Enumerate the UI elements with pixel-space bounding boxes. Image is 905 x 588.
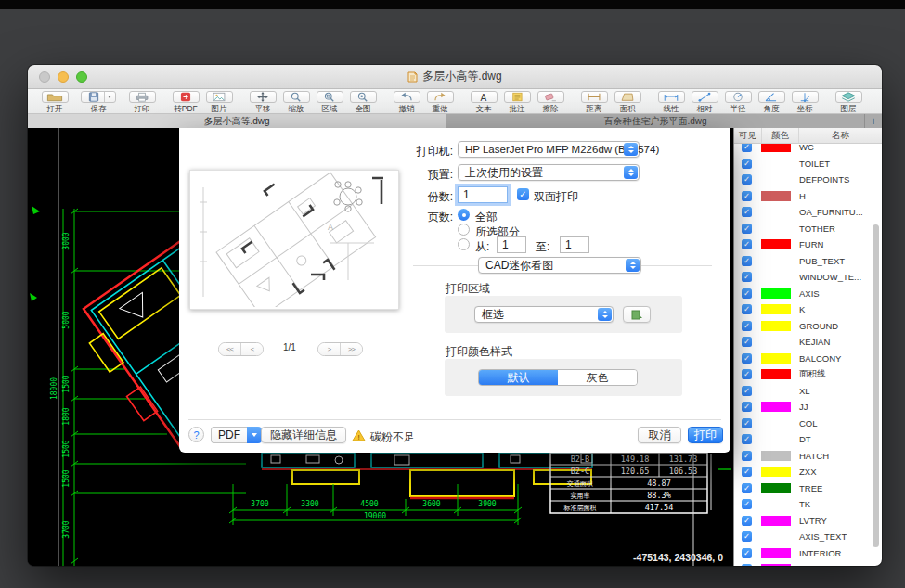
layer-visible-checkbox[interactable]: ✓ bbox=[742, 418, 752, 428]
layer-visible-checkbox[interactable]: ✓ bbox=[742, 451, 752, 461]
layer-color-swatch[interactable] bbox=[761, 531, 791, 542]
toolbar-note-button[interactable]: 批注 bbox=[501, 91, 533, 115]
toolbar-save-button[interactable]: 保存 bbox=[83, 91, 114, 115]
toolbar-relative-button[interactable]: 相对 bbox=[689, 91, 720, 115]
layer-row[interactable]: ✓DEFPOINTS bbox=[734, 172, 882, 188]
layer-color-swatch[interactable] bbox=[761, 174, 791, 185]
hide-details-button[interactable]: 隐藏详细信息 bbox=[261, 427, 346, 443]
toolbar-zoom-all-button[interactable]: 全图 bbox=[347, 91, 379, 115]
pages-range-radio[interactable] bbox=[458, 238, 470, 250]
layer-visible-checkbox[interactable]: ✓ bbox=[742, 224, 752, 234]
layer-row[interactable]: ✓面积线 bbox=[734, 366, 882, 383]
layer-color-swatch[interactable] bbox=[761, 207, 791, 217]
layer-visible-checkbox[interactable]: ✓ bbox=[742, 174, 752, 185]
first-page-button[interactable]: << bbox=[219, 343, 240, 355]
toolbar-coordinate-button[interactable]: 坐标 bbox=[789, 91, 821, 115]
toolbar-pdf-button[interactable]: 转PDF bbox=[170, 91, 201, 115]
toolbar-print-button[interactable]: 打印 bbox=[126, 91, 158, 115]
toolbar-text-button[interactable]: A文本 bbox=[468, 91, 499, 115]
toolbar-zoom-region-button[interactable]: 区域 bbox=[314, 91, 345, 115]
layer-row[interactable]: ✓TREE bbox=[734, 480, 882, 497]
layer-color-swatch[interactable] bbox=[761, 159, 791, 169]
help-button[interactable]: ? bbox=[188, 427, 204, 442]
layer-color-swatch[interactable] bbox=[761, 434, 791, 444]
layer-color-swatch[interactable] bbox=[761, 369, 791, 379]
layer-color-swatch[interactable] bbox=[761, 483, 791, 493]
layer-color-swatch[interactable] bbox=[761, 304, 791, 314]
layer-row[interactable]: ✓TK bbox=[734, 496, 882, 513]
layer-visible-checkbox[interactable]: ✓ bbox=[742, 321, 752, 331]
print-button[interactable]: 打印 bbox=[688, 427, 723, 443]
layer-row[interactable]: ✓FURN bbox=[734, 236, 882, 253]
pick-area-button[interactable] bbox=[623, 306, 651, 323]
layer-visible-checkbox[interactable]: ✓ bbox=[742, 467, 752, 477]
copies-input[interactable]: 1 bbox=[458, 186, 508, 203]
toolbar-area-button[interactable]: 面积 bbox=[612, 91, 643, 115]
layer-visible-checkbox[interactable]: ✓ bbox=[742, 239, 752, 249]
layer-row[interactable]: ✓ bbox=[734, 561, 882, 566]
layer-row[interactable]: ✓H bbox=[734, 188, 882, 205]
layer-color-swatch[interactable] bbox=[761, 256, 791, 266]
previous-page-button[interactable]: < bbox=[240, 343, 263, 355]
layer-visible-checkbox[interactable]: ✓ bbox=[742, 434, 752, 444]
layer-row[interactable]: ✓ZXX bbox=[734, 464, 882, 480]
layer-visible-checkbox[interactable]: ✓ bbox=[742, 288, 752, 299]
toolbar-erase-button[interactable]: 擦除 bbox=[535, 91, 566, 115]
layer-visible-checkbox[interactable]: ✓ bbox=[742, 516, 752, 526]
document-tab-2[interactable]: 百余种住宅户形平面.dwg bbox=[446, 114, 865, 129]
layer-row[interactable]: ✓BALCONY bbox=[734, 351, 882, 367]
layer-color-swatch[interactable] bbox=[761, 224, 791, 234]
duplex-checkbox[interactable]: ✓ bbox=[517, 188, 529, 200]
from-input[interactable]: 1 bbox=[497, 236, 526, 253]
layer-visible-checkbox[interactable]: ✓ bbox=[742, 272, 752, 282]
toolbar-open-button[interactable]: 打开 bbox=[39, 91, 71, 115]
layer-color-swatch[interactable] bbox=[761, 451, 791, 461]
layer-row[interactable]: ✓JJ bbox=[734, 399, 882, 415]
layer-visible-checkbox[interactable]: ✓ bbox=[742, 207, 752, 217]
toolbar-zoom-button[interactable]: 缩放 bbox=[280, 91, 312, 115]
cancel-button[interactable]: 取消 bbox=[638, 427, 681, 443]
layer-row[interactable]: ✓PUB_TEXT bbox=[734, 253, 882, 270]
toolbar-distance-button[interactable]: 距离 bbox=[578, 91, 610, 115]
toolbar-undo-button[interactable]: 撤销 bbox=[391, 91, 422, 115]
pages-all-radio[interactable] bbox=[458, 209, 470, 221]
layer-visible-checkbox[interactable]: ✓ bbox=[742, 369, 752, 379]
layer-row[interactable]: ✓HATCH bbox=[734, 448, 882, 465]
layer-row[interactable]: ✓TOILET bbox=[734, 156, 882, 173]
layer-color-swatch[interactable] bbox=[761, 499, 791, 509]
toolbar-redo-button[interactable]: 重做 bbox=[424, 91, 456, 115]
title-bar[interactable]: 多层小高等.dwg bbox=[28, 65, 882, 89]
layer-row[interactable]: ✓TOTHER bbox=[734, 221, 882, 237]
layer-visible-checkbox[interactable]: ✓ bbox=[742, 531, 752, 542]
print-area-select[interactable]: 框选 bbox=[474, 306, 614, 323]
layer-visible-checkbox[interactable]: ✓ bbox=[742, 483, 752, 493]
layer-visible-checkbox[interactable]: ✓ bbox=[742, 353, 752, 364]
layer-row[interactable]: ✓WINDOW_TE... bbox=[734, 269, 882, 286]
toolbar-layers-button[interactable]: 图层 bbox=[833, 91, 864, 115]
app-options-select[interactable]: CAD迷你看图 bbox=[478, 257, 641, 274]
layer-color-swatch[interactable] bbox=[761, 239, 791, 249]
pdf-menu-button[interactable]: PDF bbox=[211, 427, 262, 443]
layer-color-swatch[interactable] bbox=[761, 467, 791, 477]
layer-color-swatch[interactable] bbox=[761, 191, 791, 201]
to-input[interactable]: 1 bbox=[560, 236, 589, 253]
next-page-button[interactable]: > bbox=[318, 343, 340, 355]
toolbar-angle-button[interactable]: 角度 bbox=[756, 91, 787, 115]
layer-row[interactable]: ✓AXIS bbox=[734, 286, 882, 302]
layer-color-swatch[interactable] bbox=[761, 386, 791, 396]
layer-row[interactable]: ✓LVTRY bbox=[734, 513, 882, 530]
new-tab-button[interactable]: + bbox=[865, 114, 882, 129]
layer-visible-checkbox[interactable]: ✓ bbox=[742, 304, 752, 314]
layer-color-swatch[interactable] bbox=[761, 564, 791, 566]
layer-color-swatch[interactable] bbox=[761, 548, 791, 558]
layer-row[interactable]: ✓AXIS_TEXT bbox=[734, 529, 882, 545]
toolbar-image-button[interactable]: 图片 bbox=[203, 91, 235, 115]
preset-select[interactable]: 上次使用的设置 bbox=[458, 164, 640, 181]
layer-color-swatch[interactable] bbox=[761, 272, 791, 282]
layer-visible-checkbox[interactable]: ✓ bbox=[742, 256, 752, 266]
layer-color-swatch[interactable] bbox=[761, 402, 791, 412]
layer-visible-checkbox[interactable]: ✓ bbox=[742, 337, 752, 347]
style-default-segment[interactable]: 默认 bbox=[479, 370, 558, 385]
layer-visible-checkbox[interactable]: ✓ bbox=[742, 548, 752, 558]
toolbar-linear-button[interactable]: 线性 bbox=[655, 91, 687, 115]
